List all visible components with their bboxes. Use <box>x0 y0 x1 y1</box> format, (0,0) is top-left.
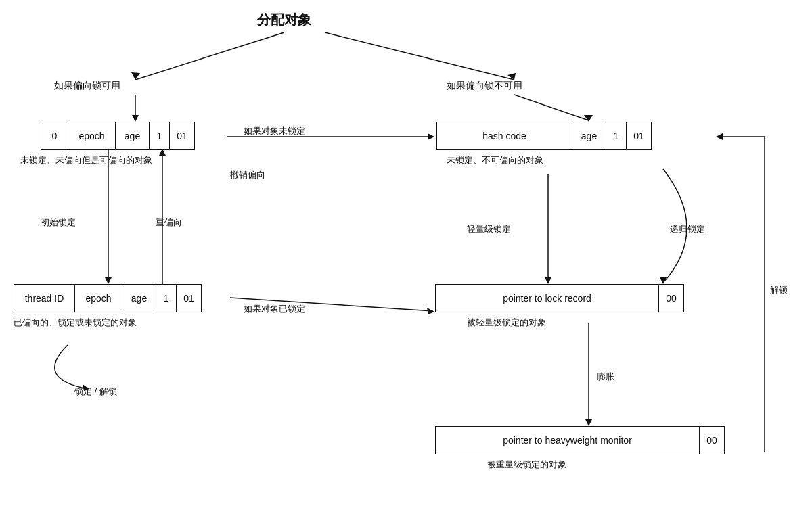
right-branch-label: 如果偏向锁不可用 <box>447 80 522 92</box>
box3-cell-3: 01 <box>627 122 651 149</box>
cancel-bias-label: 撤销偏向 <box>230 169 265 181</box>
box5-cell-0: pointer to heavyweight monitor <box>436 427 700 454</box>
box1-cell-2: age <box>116 122 150 149</box>
box2-cell-4: 01 <box>177 285 201 312</box>
box5-cell-1: 00 <box>700 427 724 454</box>
if-locked-label: 如果对象已锁定 <box>244 303 305 315</box>
box2-cell-3: 1 <box>156 285 177 312</box>
box2-cell-2: age <box>122 285 156 312</box>
lock-unlock-label: 锁定 / 解锁 <box>74 386 117 398</box>
box4-desc: 被轻量级锁定的对象 <box>467 317 546 329</box>
box2-desc: 已偏向的、锁定或未锁定的对象 <box>14 317 137 329</box>
box1: 0 epoch age 1 01 <box>41 122 195 150</box>
svg-marker-23 <box>716 133 723 140</box>
box3-cell-0: hash code <box>437 122 572 149</box>
box1-cell-1: epoch <box>68 122 116 149</box>
box1-cell-3: 1 <box>150 122 170 149</box>
svg-marker-7 <box>584 115 593 122</box>
box3-desc: 未锁定、不可偏向的对象 <box>447 154 543 166</box>
svg-marker-9 <box>105 277 112 284</box>
box3-cell-1: age <box>572 122 606 149</box>
svg-marker-13 <box>428 133 434 140</box>
svg-marker-15 <box>427 308 434 314</box>
box2-cell-1: epoch <box>75 285 122 312</box>
svg-marker-20 <box>585 419 592 426</box>
box1-cell-4: 01 <box>170 122 194 149</box>
box4: pointer to lock record 00 <box>435 284 684 312</box>
box3-cell-2: 1 <box>606 122 627 149</box>
re-bias-label: 重偏向 <box>156 216 182 229</box>
svg-marker-17 <box>545 277 551 284</box>
svg-marker-1 <box>131 72 140 80</box>
svg-marker-5 <box>132 115 139 122</box>
recursive-label: 递归锁定 <box>670 223 705 235</box>
if-unlocked-label: 如果对象未锁定 <box>244 125 305 137</box>
box3: hash code age 1 01 <box>436 122 652 150</box>
svg-line-2 <box>325 32 514 80</box>
svg-marker-18 <box>660 277 667 284</box>
svg-marker-3 <box>508 73 516 80</box>
left-branch-label: 如果偏向锁可用 <box>54 80 120 92</box>
diagram: 分配对象 如果偏向锁可用 如果偏向锁不可用 0 epoch age 1 01 未… <box>0 0 812 514</box>
initial-lock-label: 初始锁定 <box>41 216 76 229</box>
expand-label: 膨胀 <box>597 371 614 383</box>
unlock-label: 解锁 <box>770 284 788 296</box>
box4-cell-0: pointer to lock record <box>436 285 659 312</box>
box5-desc: 被重量级锁定的对象 <box>487 459 566 471</box>
svg-line-6 <box>514 95 589 120</box>
box5: pointer to heavyweight monitor 00 <box>435 426 725 454</box>
box2-cell-0: thread ID <box>14 285 75 312</box>
box1-desc: 未锁定、未偏向但是可偏向的对象 <box>20 154 152 166</box>
box1-cell-0: 0 <box>41 122 68 149</box>
title-label: 分配对象 <box>257 11 311 29</box>
svg-line-0 <box>135 32 284 80</box>
box2: thread ID epoch age 1 01 <box>14 284 202 312</box>
lightweight-label: 轻量级锁定 <box>467 223 511 235</box>
box4-cell-1: 00 <box>659 285 683 312</box>
